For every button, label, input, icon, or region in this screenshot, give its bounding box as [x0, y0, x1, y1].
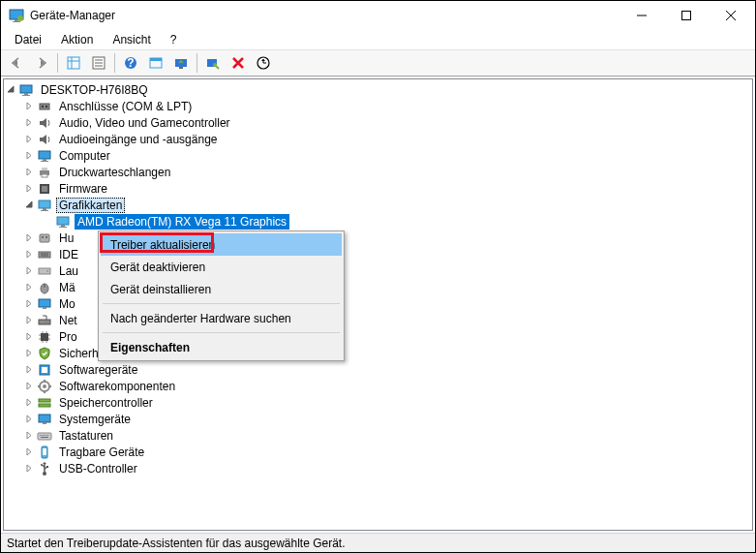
scan-hardware-button[interactable]: [252, 51, 275, 75]
tree-label: Hu: [56, 230, 76, 246]
tree-category[interactable]: Audio, Video und Gamecontroller: [4, 114, 752, 131]
tree-label: Grafikkarten: [56, 198, 125, 213]
cpu-icon: [37, 329, 52, 345]
ctx-uninstall-device[interactable]: Gerät deinstallieren: [101, 278, 342, 300]
svg-rect-18: [150, 58, 162, 61]
svg-rect-50: [39, 268, 50, 274]
menu-aktion[interactable]: Aktion: [53, 31, 101, 48]
expand-icon[interactable]: [22, 295, 37, 312]
show-hidden-button[interactable]: [62, 51, 85, 75]
toolbar: ?: [1, 49, 755, 77]
tree-label: Audioeingänge und -ausgänge: [56, 132, 220, 147]
tree-category[interactable]: Druckwarteschlangen: [4, 164, 752, 180]
svg-point-51: [46, 270, 48, 272]
tree-device[interactable]: AMD Radeon(TM) RX Vega 11 Graphics: [4, 213, 752, 230]
svg-rect-57: [41, 322, 42, 323]
tree-label: Mo: [56, 296, 78, 312]
expand-icon[interactable]: [22, 427, 37, 444]
expand-icon[interactable]: [22, 98, 37, 114]
ctx-update-driver[interactable]: Treiber aktualisieren: [101, 233, 342, 256]
tree-label: IDE: [56, 247, 81, 262]
expand-icon[interactable]: [22, 262, 37, 279]
svg-rect-69: [42, 367, 47, 373]
close-button[interactable]: [709, 1, 753, 30]
maximize-button[interactable]: [664, 1, 709, 30]
ctx-properties[interactable]: Eigenschaften: [101, 336, 342, 358]
help-button[interactable]: ?: [119, 51, 142, 75]
expand-icon[interactable]: [22, 460, 37, 476]
tree-label: Softwarekomponenten: [56, 379, 178, 394]
forward-button[interactable]: [30, 51, 53, 75]
tree-category[interactable]: Audioeingänge und -ausgänge: [4, 131, 752, 147]
svg-rect-43: [59, 227, 67, 228]
context-menu: Treiber aktualisieren Gerät deaktivieren…: [98, 230, 345, 361]
update-driver-button[interactable]: [169, 51, 193, 75]
uninstall-device-button[interactable]: [227, 51, 250, 75]
svg-rect-28: [42, 106, 44, 108]
expand-icon[interactable]: [22, 164, 37, 180]
expand-icon[interactable]: [22, 312, 37, 328]
svg-rect-26: [22, 95, 30, 96]
svg-rect-75: [43, 422, 46, 424]
expand-icon[interactable]: [22, 246, 37, 262]
expand-icon[interactable]: [22, 378, 37, 394]
minimize-button[interactable]: [620, 1, 664, 30]
tree-category[interactable]: Firmware: [4, 180, 752, 197]
tree-label: Pro: [56, 329, 80, 345]
expand-icon[interactable]: [22, 114, 37, 131]
svg-rect-47: [39, 252, 50, 258]
tree-category[interactable]: Tragbare Geräte: [4, 444, 752, 460]
audio-icon: [37, 132, 52, 147]
tree-category[interactable]: Grafikkarten: [4, 197, 752, 213]
tree-category[interactable]: Tastaturen: [4, 427, 752, 444]
svg-rect-76: [38, 433, 51, 440]
tree-label: Systemgeräte: [56, 412, 134, 427]
menu-datei[interactable]: Datei: [7, 31, 49, 48]
ctx-scan-hardware[interactable]: Nach geänderter Hardware suchen: [101, 307, 342, 329]
ctx-disable-device[interactable]: Gerät deaktivieren: [101, 256, 342, 278]
tree-category[interactable]: USB-Controller: [4, 460, 752, 476]
computer-icon: [18, 82, 34, 98]
expand-icon[interactable]: [22, 147, 37, 164]
svg-point-87: [41, 464, 43, 466]
expand-icon[interactable]: [22, 180, 37, 197]
svg-rect-34: [42, 168, 47, 170]
svg-rect-35: [42, 174, 47, 177]
tree-label: Firmware: [56, 181, 110, 197]
back-button[interactable]: [5, 51, 28, 75]
svg-point-3: [17, 15, 23, 21]
svg-rect-82: [41, 437, 48, 438]
tree-category[interactable]: Anschlüsse (COM & LPT): [4, 98, 752, 114]
tree-category[interactable]: Speichercontroller: [4, 394, 752, 411]
expand-icon[interactable]: [22, 279, 37, 295]
menu-ansicht[interactable]: Ansicht: [105, 31, 158, 48]
expand-icon[interactable]: [4, 81, 18, 98]
expand-icon[interactable]: [22, 197, 37, 213]
expand-icon[interactable]: [22, 361, 37, 378]
svg-rect-81: [47, 435, 48, 436]
expand-icon[interactable]: [22, 444, 37, 460]
view-button[interactable]: [144, 51, 167, 75]
tree-category[interactable]: Softwaregeräte: [4, 361, 752, 378]
expand-icon[interactable]: [22, 411, 37, 427]
svg-rect-38: [39, 200, 50, 208]
disable-device-button[interactable]: [201, 51, 225, 75]
svg-rect-40: [41, 210, 48, 211]
tree-root[interactable]: DESKTOP-H76I8BQ: [4, 81, 752, 98]
svg-rect-31: [43, 159, 46, 161]
usb-icon: [37, 461, 52, 476]
svg-rect-37: [42, 186, 47, 192]
tree-category[interactable]: Computer: [4, 147, 752, 164]
menu-help[interactable]: ?: [163, 31, 185, 48]
expand-icon[interactable]: [22, 345, 37, 361]
svg-rect-79: [44, 435, 45, 436]
properties-button[interactable]: [87, 51, 110, 75]
expand-icon[interactable]: [22, 394, 37, 411]
expand-icon[interactable]: [22, 230, 37, 246]
status-bar: Startet den Treiberupdate-Assistenten fü…: [1, 533, 755, 552]
tree-category[interactable]: Softwarekomponenten: [4, 378, 752, 394]
audio-icon: [37, 115, 52, 131]
expand-icon[interactable]: [22, 131, 37, 147]
expand-icon[interactable]: [22, 328, 37, 345]
tree-category[interactable]: Systemgeräte: [4, 411, 752, 427]
